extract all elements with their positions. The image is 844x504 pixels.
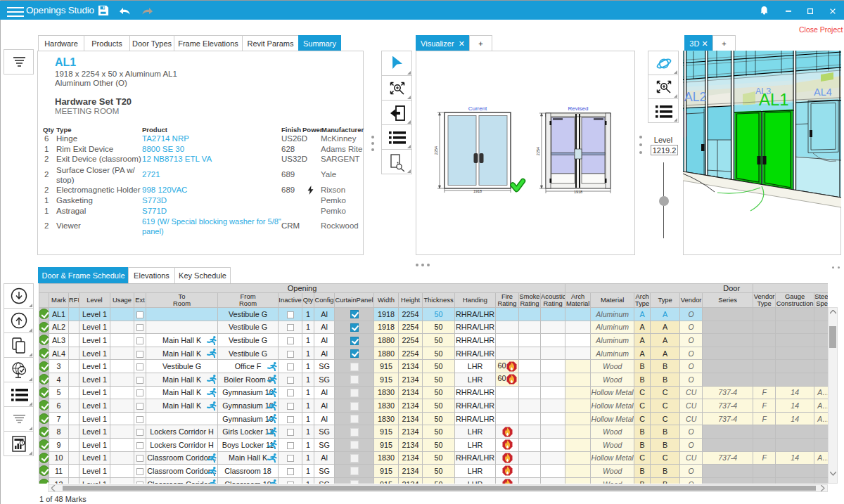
- svg-text:Current: Current: [468, 105, 487, 112]
- svg-text:Revised: Revised: [568, 105, 589, 112]
- svg-text:1918: 1918: [473, 189, 482, 193]
- svg-text:AL1: AL1: [759, 90, 789, 109]
- svg-text:AL2: AL2: [684, 90, 706, 104]
- svg-text:1918: 1918: [574, 190, 582, 194]
- svg-text:AL4: AL4: [814, 86, 832, 98]
- svg-text:2254: 2254: [536, 147, 540, 155]
- svg-text:2254: 2254: [434, 146, 438, 155]
